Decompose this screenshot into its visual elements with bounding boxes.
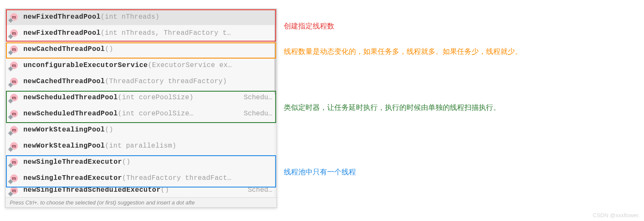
method-icon	[10, 142, 18, 150]
completion-popup[interactable]: newFixedThreadPool(int nThreads)newFixed…	[5, 8, 277, 208]
suggestion-params: (ThreadFactory threadFactory)	[105, 78, 227, 85]
suggestion-name: newSingleThreadExecutor	[23, 174, 122, 182]
suggestion-signature: newWorkStealingPool(int parallelism)	[23, 142, 272, 150]
hint-bar: Press Ctrl+. to choose the selected (or …	[6, 197, 277, 207]
suggestion-list: newFixedThreadPool(int nThreads)newFixed…	[6, 9, 277, 197]
suggestion-params: (int nThreads)	[101, 13, 160, 21]
suggestion-name: newCachedThreadPool	[23, 45, 105, 53]
scrollbar-track[interactable]	[274, 9, 276, 197]
scrollbar-thumb[interactable]	[274, 9, 276, 94]
method-icon	[10, 93, 18, 102]
suggestion-params: (int parallelism)	[105, 142, 176, 150]
suggestion-name: newFixedThreadPool	[23, 29, 101, 37]
suggestion-item[interactable]: newSingleThreadExecutor(ThreadFactory th…	[6, 170, 277, 186]
suggestion-item[interactable]: unconfigurableExecutorService(ExecutorSe…	[6, 57, 277, 73]
suggestion-item[interactable]: newScheduledThreadPool(int corePoolSize……	[6, 106, 277, 122]
suggestion-item[interactable]: newSingleThreadExecutor()	[6, 154, 277, 170]
method-icon	[10, 158, 18, 166]
method-icon	[10, 29, 18, 37]
suggestion-params: (ExecutorService ex…	[148, 62, 232, 69]
suggestion-item[interactable]: newWorkStealingPool(int parallelism)	[6, 138, 277, 154]
suggestion-item[interactable]: newSingleThreadScheduledExecutor()Sched…	[6, 186, 277, 197]
method-icon	[10, 45, 18, 53]
method-icon	[10, 13, 18, 21]
suggestion-item[interactable]: newCachedThreadPool(ThreadFactory thread…	[6, 73, 277, 90]
suggestion-params: ()	[105, 45, 113, 53]
suggestion-signature: newSingleThreadExecutor(ThreadFactory th…	[23, 174, 272, 182]
watermark: CSDN @xxxflower.	[593, 212, 640, 218]
suggestion-item[interactable]: newWorkStealingPool()	[6, 122, 277, 138]
suggestion-return-type: Sched…	[248, 186, 272, 194]
suggestion-item[interactable]: newFixedThreadPool(int nThreads, ThreadF…	[6, 25, 277, 41]
suggestion-params: ()	[122, 158, 130, 166]
suggestion-params: (ThreadFactory threadFact…	[122, 174, 231, 182]
suggestion-params: (int nThreads, ThreadFactory t…	[101, 29, 231, 37]
suggestion-name: unconfigurableExecutorService	[23, 62, 148, 69]
suggestion-signature: newFixedThreadPool(int nThreads)	[23, 13, 272, 21]
suggestion-name: newScheduledThreadPool	[23, 110, 118, 117]
annotation-label-scheduled: 类似定时器，让任务延时执行，执行的时候由单独的线程扫描执行。	[284, 103, 500, 112]
method-icon	[10, 174, 18, 182]
suggestion-params: (int corePoolSize)	[118, 94, 193, 101]
method-icon	[10, 61, 18, 70]
suggestion-return-type: Schedu…	[244, 110, 272, 117]
suggestion-signature: newCachedThreadPool()	[23, 45, 272, 53]
suggestion-signature: newSingleThreadScheduledExecutor()	[23, 186, 240, 194]
suggestion-params: (int corePoolSize…	[118, 110, 193, 117]
suggestion-name: newSingleThreadExecutor	[23, 158, 122, 166]
suggestion-signature: newCachedThreadPool(ThreadFactory thread…	[23, 78, 272, 85]
suggestion-name: newScheduledThreadPool	[23, 94, 118, 101]
suggestion-signature: newWorkStealingPool()	[23, 126, 272, 134]
method-icon	[10, 109, 18, 118]
method-icon	[10, 77, 18, 86]
suggestion-item[interactable]: newScheduledThreadPool(int corePoolSize)…	[6, 90, 277, 106]
annotation-label-single: 线程池中只有一个线程	[284, 167, 356, 177]
method-icon	[10, 186, 18, 195]
suggestion-signature: newScheduledThreadPool(int corePoolSize…	[23, 110, 236, 117]
annotation-label-fixed: 创建指定线程数	[284, 21, 334, 31]
annotation-label-cached: 线程数量是动态变化的，如果任务多，线程就多。如果任务少，线程就少。	[284, 47, 522, 56]
suggestion-name: newFixedThreadPool	[23, 13, 101, 21]
suggestion-name: newWorkStealingPool	[23, 142, 105, 150]
suggestion-signature: newFixedThreadPool(int nThreads, ThreadF…	[23, 29, 272, 37]
suggestion-name: newCachedThreadPool	[23, 78, 105, 85]
suggestion-params: ()	[105, 126, 113, 134]
suggestion-item[interactable]: newFixedThreadPool(int nThreads)	[6, 9, 277, 25]
method-icon	[10, 126, 18, 134]
suggestion-params: ()	[161, 186, 169, 194]
suggestion-name: newSingleThreadScheduledExecutor	[23, 186, 161, 194]
suggestion-signature: newSingleThreadExecutor()	[23, 158, 272, 166]
suggestion-signature: unconfigurableExecutorService(ExecutorSe…	[23, 62, 272, 69]
suggestion-return-type: Schedu…	[244, 94, 272, 101]
suggestion-signature: newScheduledThreadPool(int corePoolSize)	[23, 94, 236, 101]
suggestion-item[interactable]: newCachedThreadPool()	[6, 41, 277, 57]
suggestion-name: newWorkStealingPool	[23, 126, 105, 134]
